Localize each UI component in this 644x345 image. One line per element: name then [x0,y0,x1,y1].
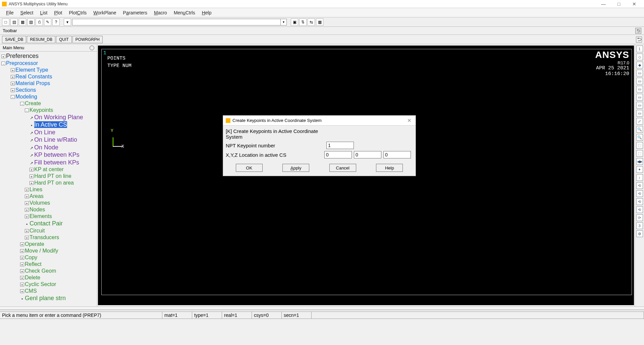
contact-mgr-icon[interactable]: ▦ [316,18,323,26]
command-dropdown-icon[interactable]: ▾ [280,19,286,25]
toggle-icon[interactable]: + [11,75,15,79]
dynamic-mode-icon[interactable]: ✦ [636,166,643,173]
tree-reflect[interactable]: Reflect [25,261,42,267]
pan-zoom-icon[interactable]: ⇅ [299,18,307,26]
toggle-icon[interactable]: + [30,181,34,185]
tree-sections[interactable]: Sections [15,87,36,93]
close-button[interactable]: ✕ [627,0,642,8]
toolbar-collapse-icon[interactable]: ⮌ [635,28,641,34]
oblique-view-icon[interactable]: ◆ [636,62,643,68]
rotate-iso-icon[interactable]: ⟲ [636,206,643,213]
menu-file[interactable]: File [3,9,17,16]
command-input[interactable] [72,19,280,25]
help-icon[interactable]: ? [52,18,60,26]
toggle-icon[interactable]: + [11,88,15,92]
toggle-icon[interactable]: - [25,109,29,112]
tree-hard-pt-on-line[interactable]: Hard PT on line [34,173,71,179]
tree-cyclic-sector[interactable]: Cyclic Sector [25,281,56,287]
back-view-icon[interactable]: ▭ [636,102,643,109]
tree-contact-pair[interactable]: Contact Pair [30,220,63,227]
cancel-button[interactable]: Cancel [329,164,356,172]
tree-volumes[interactable]: Volumes [30,200,50,206]
tree-kp-between-kps[interactable]: KP between KPs [34,151,79,158]
zoom-in-icon[interactable]: 🔍 [636,126,643,133]
toggle-icon[interactable]: + [20,276,24,280]
front-view-icon[interactable]: ▭ [636,70,643,76]
ok-button[interactable]: OK [236,164,263,172]
quit-button[interactable]: QUIT [56,36,72,43]
toggle-icon[interactable]: + [20,249,24,253]
menu-workplane[interactable]: WorkPlane [90,9,119,16]
right-view-icon[interactable]: ▭ [636,78,643,84]
minimize-button[interactable]: — [596,0,611,8]
toggle-icon[interactable]: + [20,256,24,260]
tree-on-line[interactable]: On Line [34,129,55,136]
rotate-x-icon[interactable]: ⟲ [636,182,643,189]
new-icon[interactable]: □ [2,18,9,26]
menu-menuctrls[interactable]: MenuCtrls [170,9,199,16]
image-capture-icon[interactable]: ⇆ [308,18,315,26]
left-view-icon[interactable]: ▭ [636,94,643,100]
npt-input[interactable] [326,142,354,149]
toggle-icon[interactable]: + [25,208,29,212]
toggle-icon[interactable]: + [25,215,29,218]
tree-delete[interactable]: Delete [25,275,40,280]
toggle-icon[interactable]: + [20,263,24,266]
tree-areas[interactable]: Areas [30,193,44,199]
save-db-button[interactable]: SAVE_DB [2,36,26,43]
menu-list[interactable]: List [37,9,51,16]
tree-create[interactable]: Create [25,100,41,106]
menu-select[interactable]: Select [17,9,37,16]
quickbar-collapse-icon[interactable]: ⮌ [636,37,642,43]
tree-copy[interactable]: Copy [25,255,37,260]
tree-lines[interactable]: Lines [30,187,42,192]
z-input[interactable] [383,151,411,158]
powrgrph-button[interactable]: POWRGRPH [72,36,103,43]
iso-view-icon[interactable]: ◇ [636,54,643,60]
menu-plot[interactable]: Plot [51,9,65,16]
tree-modeling[interactable]: Modeling [15,94,37,99]
fit-view-icon[interactable]: ⤢ [636,118,643,125]
window-number-selector[interactable]: 1 [636,46,643,52]
rotate-z-icon[interactable]: ⟲ [636,198,643,205]
rotate-y-icon[interactable]: ⟲ [636,190,643,197]
toggle-icon[interactable]: - [11,95,15,99]
resume-icon[interactable]: ▧ [27,18,35,26]
tree-element-type[interactable]: Element Type [15,67,48,73]
toggle-icon[interactable]: - [1,62,5,65]
maximize-button[interactable]: □ [611,0,627,8]
pan-left-icon[interactable]: ◀▶ [636,158,643,165]
tree-transducers[interactable]: Transducers [30,234,59,240]
tree-kp-at-center[interactable]: KP at center [34,166,64,172]
toggle-icon[interactable]: + [11,82,15,85]
tree-on-line-w-ratio[interactable]: On Line w/Ratio [34,136,77,143]
dialog-close-button[interactable]: ✕ [406,118,413,124]
tree-on-working-plane[interactable]: On Working Plane [34,114,83,121]
toggle-icon[interactable]: ▪ [1,55,5,58]
tree-hard-pt-on-area[interactable]: Hard PT on area [34,180,74,186]
tree-operate[interactable]: Operate [25,241,44,247]
tree-material-props[interactable]: Material Props [15,80,50,86]
tree-on-node[interactable]: On Node [34,144,58,151]
menu-parameters[interactable]: Parameters [120,9,151,16]
tree-genl-plane-strn[interactable]: Genl plane strn [25,295,66,301]
toggle-icon[interactable]: + [25,236,29,239]
resum-db-button[interactable]: RESUM_DB [27,36,55,43]
toggle-icon[interactable]: - [20,102,24,106]
toggle-icon[interactable]: + [20,243,24,246]
toggle-icon[interactable]: + [30,175,34,178]
dialog-titlebar[interactable]: Create Keypoints in Active Coordinate Sy… [223,116,416,126]
mainmenu-target-icon[interactable] [90,46,94,50]
tree-check-geom[interactable]: Check Geom [25,268,56,274]
toggle-icon[interactable]: + [20,289,24,293]
help-button[interactable]: Help [376,164,403,172]
toggle-icon[interactable]: + [20,269,24,273]
apply-button[interactable]: Apply [282,164,309,172]
zoom-out-icon[interactable]: 🔍 [636,134,643,141]
tree-preferences[interactable]: Preferences [6,53,39,59]
rate-selector[interactable]: 3 [636,222,643,229]
tree-preprocessor[interactable]: Preprocessor [6,60,38,66]
y-input[interactable] [354,151,381,158]
raise-hidden-icon[interactable]: ▣ [291,18,298,26]
top-view-icon[interactable]: ▭ [636,86,643,92]
